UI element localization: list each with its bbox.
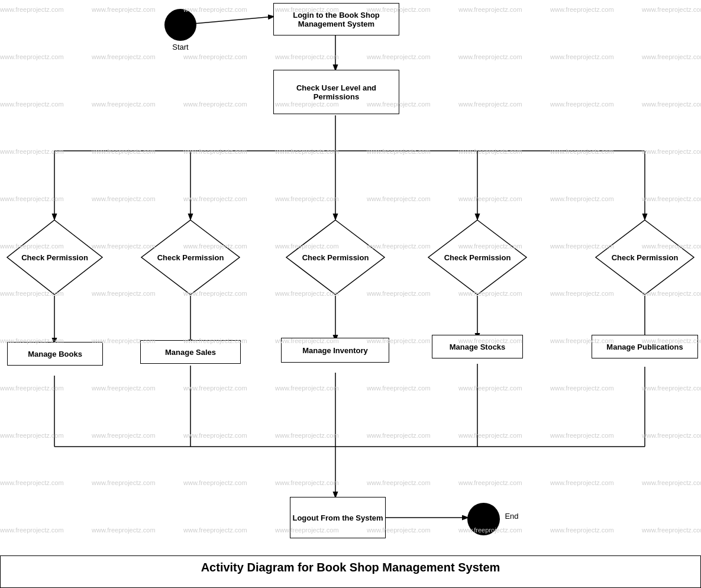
check-user-level-node: Check User Level and Permissions (273, 70, 399, 114)
manage-stocks-node: Manage Stocks (432, 335, 523, 358)
manage-inventory-node: Manage Inventory (281, 338, 389, 363)
diagram-title: Activity Diagram for Book Shop Managemen… (1, 556, 700, 574)
check-perm-5-node: Check Permission (595, 219, 695, 296)
start-node (164, 9, 196, 41)
logout-node: Logout From the System (290, 497, 386, 538)
manage-publications-node: Manage Publications (592, 335, 698, 358)
manage-books-node: Manage Books (7, 342, 103, 366)
end-label: End (503, 512, 521, 521)
check-perm-1-node: Check Permission (6, 219, 104, 296)
end-node (467, 503, 500, 535)
login-node: Login to the Book Shop Management System (273, 3, 399, 35)
diagram-footer: Activity Diagram for Book Shop Managemen… (0, 555, 701, 588)
check-perm-3-node: Check Permission (285, 219, 386, 296)
manage-sales-node: Manage Sales (140, 340, 241, 364)
check-perm-4-node: Check Permission (427, 219, 528, 296)
start-label: Start (169, 43, 192, 51)
check-perm-2-node: Check Permission (140, 219, 241, 296)
